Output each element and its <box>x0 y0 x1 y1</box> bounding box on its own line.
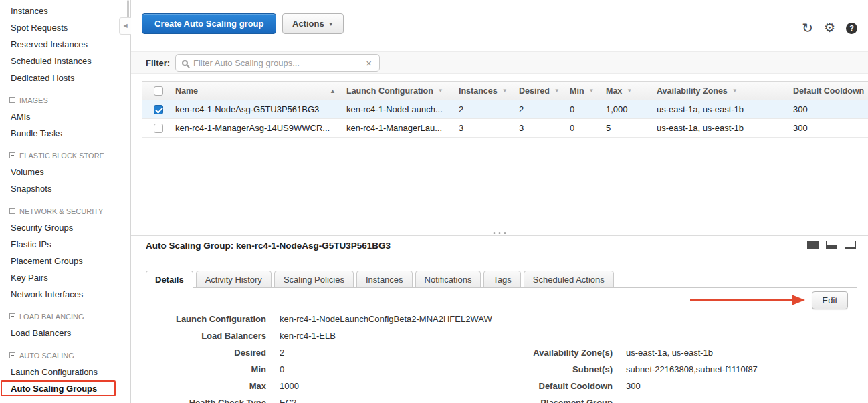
column-header-name[interactable]: Name▲ <box>171 86 342 96</box>
sidebar-item-auto-scaling-groups[interactable]: Auto Scaling Groups <box>0 380 130 397</box>
column-header-launch-configuration[interactable]: Launch Configuration▼ <box>342 86 455 96</box>
expand-panel-icon[interactable] <box>807 241 819 249</box>
column-header-instances[interactable]: Instances▼ <box>455 86 515 96</box>
collapse-section-icon[interactable] <box>9 152 15 158</box>
row-checkbox[interactable] <box>154 124 163 133</box>
sidebar-item-bundle-tasks[interactable]: Bundle Tasks <box>0 125 130 142</box>
sidebar-item-network-interfaces[interactable]: Network Interfaces <box>0 286 130 303</box>
field-value: EC2 <box>280 398 296 403</box>
tab-details[interactable]: Details <box>146 271 193 288</box>
cell-instances: 2 <box>455 104 515 114</box>
cell-launch-configuration: ken-rc4-1-ManagerLau... <box>342 123 455 133</box>
filter-search-box: × <box>175 54 380 72</box>
tab-instances[interactable]: Instances <box>356 271 413 288</box>
field-value: ken-rc4-1-NodeLaunchConfigBeta2-MNA2HFEL… <box>280 314 492 324</box>
sort-caret-icon: ▼ <box>502 88 508 94</box>
collapse-panel-icon[interactable] <box>845 241 856 249</box>
cell-min: 0 <box>566 123 602 133</box>
column-header-min[interactable]: Min▼ <box>566 86 602 96</box>
cell-availability-zones: us-east-1a, us-east-1b <box>653 123 789 133</box>
cell-name: ken-rc4-1-ManagerAsg-14US9WWCR... <box>171 123 342 133</box>
sidebar-section-load-balancing[interactable]: LOAD BALANCING <box>0 309 130 325</box>
row-checkbox-cell <box>142 105 171 114</box>
field-label: Launch Configuration <box>146 314 273 324</box>
field-label: Min <box>146 364 273 374</box>
collapse-section-icon[interactable] <box>9 97 15 103</box>
sidebar-item-volumes[interactable]: Volumes <box>0 164 130 180</box>
tab-tags[interactable]: Tags <box>483 271 520 288</box>
cell-default-cooldown: 300 <box>789 123 868 133</box>
sidebar-section-elastic-block-store[interactable]: ELASTIC BLOCK STORE <box>0 148 130 164</box>
column-header-desired[interactable]: Desired▼ <box>515 86 566 96</box>
field-label: Placement Group <box>512 398 619 403</box>
select-all-checkbox[interactable] <box>154 86 163 96</box>
edit-button[interactable]: Edit <box>812 291 848 309</box>
collapse-section-icon[interactable] <box>9 313 15 319</box>
sidebar-item-elastic-ips[interactable]: Elastic IPs <box>0 236 130 253</box>
field-label: Load Balancers <box>146 331 273 341</box>
actions-button[interactable]: Actions▼ <box>282 13 344 34</box>
sidebar-item-snapshots[interactable]: Snapshots <box>0 180 130 197</box>
main-content: Create Auto Scaling group Actions▼ ↻ ⚙ ?… <box>131 0 868 403</box>
clear-filter-icon[interactable]: × <box>364 58 373 68</box>
annotation-arrow <box>690 294 806 306</box>
tab-notifications[interactable]: Notifications <box>415 271 481 288</box>
splitter-drag-handle[interactable] <box>490 231 510 235</box>
column-header-availability-zones[interactable]: Availability Zones▼ <box>653 86 789 96</box>
column-header-max[interactable]: Max▼ <box>602 86 653 96</box>
cell-default-cooldown: 300 <box>789 104 868 114</box>
sidebar-item-scheduled-instances[interactable]: Scheduled Instances <box>0 53 130 70</box>
detail-fields-left: Launch Configurationken-rc4-1-NodeLaunch… <box>146 314 492 403</box>
tab-scaling-policies[interactable]: Scaling Policies <box>274 271 354 288</box>
sort-caret-icon: ▼ <box>554 88 560 94</box>
search-icon <box>182 60 188 66</box>
refresh-icon[interactable]: ↻ <box>802 22 813 34</box>
table-row[interactable]: ken-rc4-1-NodeAsg-G5TU3P561BG3 ken-rc4-1… <box>142 100 868 119</box>
create-auto-scaling-group-button[interactable]: Create Auto Scaling group <box>142 13 276 34</box>
collapse-section-icon[interactable] <box>9 352 15 358</box>
field-label: Max <box>146 381 273 391</box>
sidebar-item-dedicated-hosts[interactable]: Dedicated Hosts <box>0 70 130 86</box>
chevron-down-icon: ▼ <box>328 21 334 27</box>
filter-bar: Filter: × |‹ ‹ 1 to 2 of 2 Auto Scaling … <box>131 51 868 74</box>
table-row[interactable]: ken-rc4-1-ManagerAsg-14US9WWCR... ken-rc… <box>142 119 868 138</box>
sidebar-item-key-pairs[interactable]: Key Pairs <box>0 269 130 286</box>
filter-input[interactable] <box>193 58 364 68</box>
sort-ascending-icon: ▲ <box>330 88 336 94</box>
tab-activity-history[interactable]: Activity History <box>196 271 272 288</box>
sidebar-item-load-balancers[interactable]: Load Balancers <box>0 325 130 342</box>
sidebar-item-amis[interactable]: AMIs <box>0 108 130 125</box>
split-panel-icon[interactable] <box>826 241 837 249</box>
collapse-section-icon[interactable] <box>9 208 15 214</box>
field-value: 1000 <box>280 381 299 391</box>
sidebar-item-security-groups[interactable]: Security Groups <box>0 219 130 236</box>
sidebar-item-spot-requests[interactable]: Spot Requests <box>0 19 130 36</box>
field-label: Default Cooldown <box>512 381 619 391</box>
sidebar-item-launch-configurations[interactable]: Launch Configurations <box>0 364 130 380</box>
detail-fields-right: Availability Zone(s)us-east-1a, us-east-… <box>512 348 758 403</box>
sidebar-scrollbar-thumb[interactable] <box>127 0 129 17</box>
sidebar-collapse-handle[interactable]: ◀ <box>119 17 131 35</box>
sidebar-section-images[interactable]: IMAGES <box>0 92 130 108</box>
sidebar-item-placement-groups[interactable]: Placement Groups <box>0 253 130 269</box>
sidebar-item-instances[interactable]: Instances <box>0 3 130 19</box>
cell-min: 0 <box>566 104 602 114</box>
detail-tabs: Details Activity History Scaling Policie… <box>146 270 857 288</box>
row-checkbox[interactable] <box>154 105 163 114</box>
gear-icon[interactable]: ⚙ <box>824 22 835 34</box>
column-header-default-cooldown[interactable]: Default Cooldown <box>789 86 868 96</box>
sidebar-item-reserved-instances[interactable]: Reserved Instances <box>0 36 130 53</box>
help-icon[interactable]: ? <box>846 23 857 34</box>
field-label: Availability Zone(s) <box>512 348 619 358</box>
filter-label: Filter: <box>146 52 170 74</box>
field-label: Health Check Type <box>146 398 273 403</box>
table-header-row: Name▲ Launch Configuration▼ Instances▼ D… <box>142 81 868 100</box>
field-value: subnet-22163808,subnet-f1110f87 <box>626 364 758 374</box>
select-all-checkbox-cell <box>142 86 171 96</box>
sidebar-section-network-security[interactable]: NETWORK & SECURITY <box>0 203 130 219</box>
panel-layout-icons <box>807 241 856 249</box>
tab-scheduled-actions[interactable]: Scheduled Actions <box>524 271 614 288</box>
chevron-left-icon: ◀ <box>123 23 127 29</box>
sort-caret-icon: ▼ <box>589 88 594 94</box>
sidebar-section-auto-scaling[interactable]: AUTO SCALING <box>0 348 130 364</box>
